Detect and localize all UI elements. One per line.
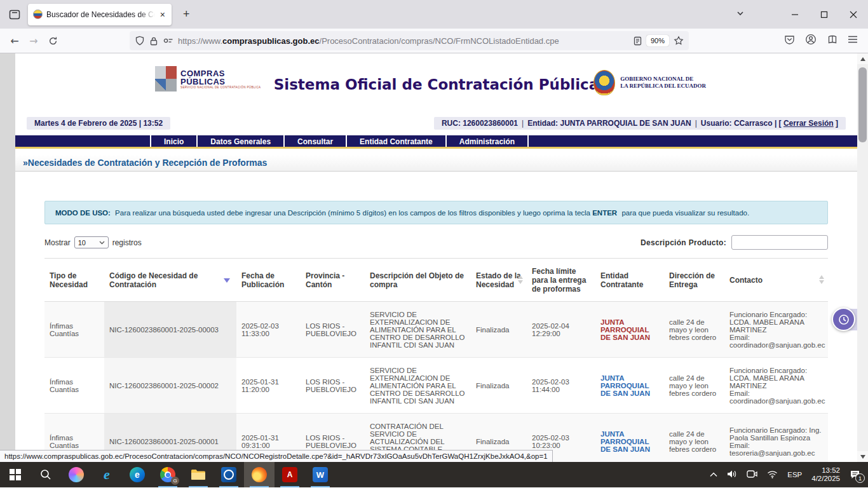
nav-item-administracion[interactable]: Administración (445, 135, 529, 147)
forward-button[interactable]: → (24, 31, 43, 50)
start-button[interactable] (0, 462, 31, 487)
session-timer-widget[interactable] (832, 308, 860, 332)
taskbar-file-explorer-icon[interactable] (183, 462, 214, 487)
screen: Buscador de Necesidades de Co × + ← → (0, 0, 868, 488)
url-text[interactable]: https://www.compraspublicas.gob.ec/Proce… (178, 36, 629, 46)
zoom-level-button[interactable]: 90% (646, 35, 669, 46)
nav-item-entidad-contratante[interactable]: Entidad Contratante (346, 135, 445, 147)
url-bar[interactable]: https://www.compraspublicas.gob.ec/Proce… (130, 31, 689, 50)
back-button[interactable]: ← (5, 31, 24, 50)
permissions-icon[interactable] (163, 36, 173, 45)
reload-button[interactable] (43, 31, 62, 50)
usage-instructions-box: MODO DE USO: Para realizar una búsqueda … (44, 201, 828, 224)
cell-estado: Finalizada (471, 302, 527, 358)
tray-speaker-icon[interactable] (727, 470, 737, 480)
system-tray: ESP 13:52 4/2/2025 1 (710, 462, 868, 487)
ecuador-coat-of-arms-icon (593, 70, 615, 95)
notification-center-icon[interactable]: 1 (850, 470, 860, 480)
col-fecha-publicacion[interactable]: Fecha de Publicación (236, 259, 301, 302)
pocket-icon[interactable] (784, 34, 795, 48)
col-contacto[interactable]: Contacto (724, 259, 828, 302)
taskbar-search-icon[interactable] (31, 462, 61, 487)
compras-publicas-logo-icon (155, 66, 177, 92)
cell-contacto: Funcionario Encargado: Ing. Paola Santil… (724, 414, 828, 463)
site-header: COMPRASPÚBLICAS SERVICIO NACIONAL DE CON… (15, 65, 857, 111)
firefox-view-icon[interactable] (5, 5, 24, 24)
new-tab-button[interactable]: + (179, 8, 194, 21)
tray-date: 4/2/2025 (811, 475, 840, 482)
taskbar-copilot-icon[interactable] (61, 462, 92, 487)
clock-icon[interactable] (832, 308, 855, 331)
col-tipo[interactable]: Tipo de Necesidad (44, 259, 104, 302)
entidad-contratante-link[interactable]: JUNTA PARROQUIAL DE SAN JUAN (600, 374, 650, 397)
cell-fecha-limite: 2025-02-04 12:29:00 (527, 302, 595, 358)
scrollbar-thumb[interactable] (858, 67, 867, 142)
lock-icon[interactable] (149, 36, 158, 46)
product-description-input[interactable] (731, 235, 828, 250)
notification-badge: 1 (855, 473, 865, 483)
col-entidad[interactable]: Entidad Contratante (595, 259, 664, 302)
bookmark-star-icon[interactable] (674, 36, 684, 46)
taskbar-firefox-icon[interactable] (244, 462, 275, 487)
url-path: /ProcesoContratacion/compras/NCO/FrmNCOL… (320, 36, 559, 46)
cell-fecha-publicacion: 2025-02-03 11:33:00 (236, 302, 301, 358)
tray-wifi-icon[interactable] (767, 470, 778, 480)
page-scrollbar[interactable] (857, 53, 868, 462)
filter-label: Descripción Producto: (641, 238, 726, 247)
records-per-page-select[interactable]: 10 (74, 236, 109, 248)
cell-estado: Finalizada (471, 358, 527, 414)
url-prefix: https://www. (178, 36, 222, 46)
tray-clock[interactable]: 13:52 4/2/2025 (811, 466, 840, 483)
web-page: COMPRASPÚBLICAS SERVICIO NACIONAL DE CON… (15, 53, 857, 462)
cell-provincia-canton: LOS RIOS - PUEBLOVIEJO (301, 358, 365, 414)
list-all-tabs-icon[interactable] (736, 9, 745, 20)
nav-item-inicio[interactable]: Inicio (150, 135, 196, 147)
tab-title: Buscador de Necesidades de Co (46, 10, 155, 19)
reader-mode-icon[interactable] (634, 36, 642, 46)
entidad-contratante-link[interactable]: JUNTA PARROQUIAL DE SAN JUAN (600, 430, 650, 453)
table-body: Ínfimas CuantíasNIC-1260023860001-2025-0… (44, 302, 828, 463)
logout-link[interactable]: Cerrar Sesión (783, 119, 834, 128)
nav-item-consultar[interactable]: Consultar (283, 135, 346, 147)
table-row: Ínfimas CuantíasNIC-1260023860001-2025-0… (44, 358, 828, 414)
window-minimize-button[interactable] (780, 0, 810, 29)
scroll-up-icon[interactable] (857, 53, 868, 64)
sidebar-icon[interactable] (827, 34, 837, 48)
col-codigo[interactable]: Código de Necesidad de Contratación (104, 259, 236, 302)
sort-both-icon (518, 275, 523, 284)
session-info-bar: Martes 4 de Febrero de 2025 | 13:52 RUC:… (27, 117, 846, 130)
cell-contacto: Funcionario Encargado: LCDA. MABEL ARANA… (724, 358, 828, 414)
col-direccion[interactable]: Dirección de Entrega (664, 259, 724, 302)
window-maximize-button[interactable] (810, 0, 839, 29)
list-controls: Mostrar 10 registros Descripción Product… (44, 235, 828, 250)
show-label: Mostrar (44, 238, 71, 247)
table-row: Ínfimas CuantíasNIC-1260023860001-2025-0… (44, 302, 828, 358)
menu-hamburger-icon[interactable] (848, 35, 858, 46)
scroll-down-icon[interactable] (857, 451, 868, 462)
taskbar-edge-icon[interactable]: e (122, 462, 153, 487)
status-bar-link-preview: https://www.compraspublicas.gob.ec/Proce… (0, 450, 553, 462)
taskbar-chrome-icon[interactable]: G (153, 462, 183, 487)
taskbar-acrobat-icon[interactable]: A (275, 462, 305, 487)
tab-close-icon[interactable]: × (159, 9, 166, 20)
cell-fecha-publicacion: 2025-01-31 11:20:00 (236, 358, 301, 414)
tray-chevron-up-icon[interactable] (710, 471, 717, 478)
col-provincia[interactable]: Provincia - Cantón (301, 259, 365, 302)
taskbar-word-icon[interactable]: W (305, 462, 336, 487)
browser-tab[interactable]: Buscador de Necesidades de Co × (28, 4, 172, 25)
entidad-contratante-link[interactable]: JUNTA PARROQUIAL DE SAN JUAN (600, 318, 650, 341)
cell-descripcion-objeto: SERVICIO DE EXTERNALIZACION DE ALIMENTAC… (365, 302, 471, 358)
cell-provincia-canton: LOS RIOS - PUEBLOVIEJO (301, 302, 365, 358)
cell-entidad-contratante: JUNTA PARROQUIAL DE SAN JUAN (595, 414, 664, 463)
nav-item-datos-generales[interactable]: Datos Generales (196, 135, 283, 147)
col-descripcion[interactable]: Descripción del Objeto de compra (365, 259, 471, 302)
tray-meet-now-icon[interactable] (747, 470, 757, 480)
tracking-shield-icon[interactable] (135, 36, 145, 46)
col-estado[interactable]: Estado de la Necesidad (471, 259, 527, 302)
taskbar-outlook-icon[interactable] (214, 462, 244, 487)
account-icon[interactable] (805, 34, 817, 48)
taskbar-internet-explorer-icon[interactable]: e (92, 462, 122, 487)
tray-language[interactable]: ESP (787, 471, 802, 478)
window-close-button[interactable] (839, 0, 868, 29)
col-fecha-limite[interactable]: Fecha límite para la entrega de proforma… (527, 259, 595, 302)
